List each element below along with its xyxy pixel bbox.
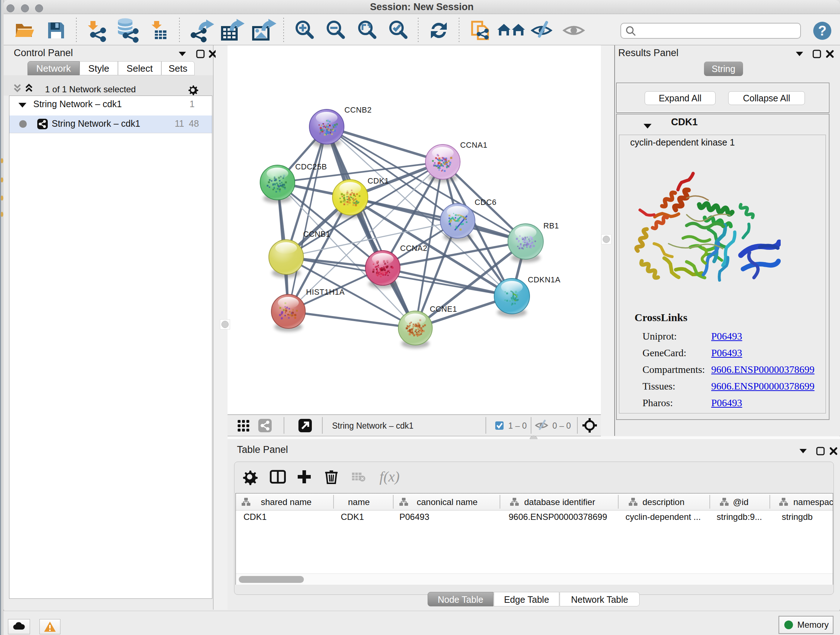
svg-text:RB1: RB1	[543, 222, 559, 230]
svg-text:description: description	[643, 497, 684, 507]
svg-text:name: name	[348, 497, 370, 507]
svg-text:f(x): f(x)	[379, 469, 400, 485]
svg-text:canonical name: canonical name	[417, 497, 477, 507]
svg-text:database identifier: database identifier	[524, 497, 595, 507]
svg-text:HIST1H1A: HIST1H1A	[306, 288, 345, 296]
svg-text:CCNE1: CCNE1	[430, 305, 457, 314]
svg-text:CCNB2: CCNB2	[344, 106, 371, 114]
svg-text:CDK1: CDK1	[368, 177, 389, 185]
svg-text:?: ?	[818, 23, 826, 38]
svg-text:CCNA1: CCNA1	[460, 141, 487, 149]
svg-text:CDC25B: CDC25B	[295, 163, 327, 171]
svg-text:0 – 0: 0 – 0	[553, 421, 571, 431]
svg-text:CCNA2: CCNA2	[400, 244, 427, 253]
svg-text:1 – 0: 1 – 0	[508, 421, 527, 431]
svg-text:@id: @id	[733, 497, 748, 507]
svg-text:namespace: namespace	[793, 497, 833, 507]
svg-text:CDC6: CDC6	[475, 198, 497, 207]
svg-text:String Network – cdk1: String Network – cdk1	[332, 421, 414, 431]
svg-text:CDKN1A: CDKN1A	[528, 276, 561, 284]
svg-text:shared name: shared name	[261, 497, 311, 507]
svg-text:CCNB1: CCNB1	[303, 230, 330, 239]
